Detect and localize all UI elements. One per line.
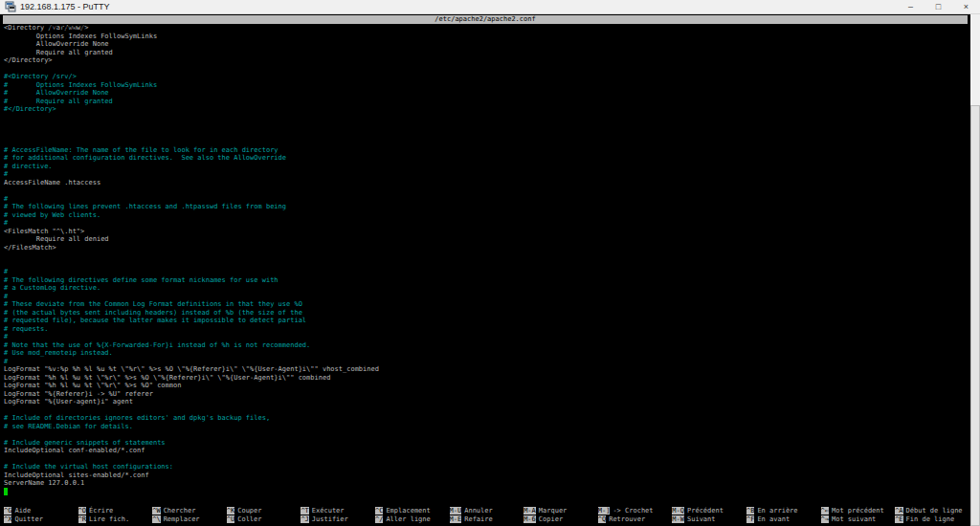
editor-line: LogFormat "%h %l %u %t \"%r\" %>s %O \"%… xyxy=(4,374,968,383)
editor-line xyxy=(4,130,968,139)
nano-shortcut: M-QPrécédent xyxy=(672,507,746,515)
shortcut-label: Justifier xyxy=(312,515,348,523)
putty-client-area: GNU nano 7.2 /etc/apache2/apache2.conf <… xyxy=(0,14,980,526)
editor-line: # xyxy=(4,293,968,301)
putty-icon xyxy=(5,1,16,12)
editor-line: # xyxy=(4,219,968,228)
terminal[interactable]: GNU nano 7.2 /etc/apache2/apache2.conf <… xyxy=(3,14,968,526)
editor-line: # for additional configuration directive… xyxy=(4,154,968,163)
nano-shortcut: ^/Aller ligne xyxy=(375,515,450,524)
shortcut-label: Écrire xyxy=(89,507,113,515)
shortcut-key: ^/ xyxy=(375,515,383,523)
editor-line: # requested file), because the latter ma… xyxy=(4,317,968,325)
editor-line xyxy=(4,488,968,496)
nano-shortcut: ^XQuitter xyxy=(4,515,78,524)
editor-line: # Require all granted xyxy=(4,98,968,106)
editor-line: # Include generic snippets of statements xyxy=(4,439,968,448)
shortcut-key: ^C xyxy=(375,507,383,515)
nano-shortcut: ^QRetrouver xyxy=(598,515,673,524)
editor-line: </Directory> xyxy=(4,56,968,65)
editor-line xyxy=(4,252,968,260)
editor-line: Require all granted xyxy=(4,49,968,57)
nano-shortcut: ^KCouper xyxy=(227,507,301,515)
nano-shortcut: ^\Remplacer xyxy=(152,515,227,524)
nano-titlebar: GNU nano 7.2 /etc/apache2/apache2.conf xyxy=(3,15,968,24)
shortcut-label: Mot précédent xyxy=(832,507,884,515)
editor-line: # AllowOverride None xyxy=(4,89,968,98)
nano-shortcut: M-AMarquer xyxy=(523,507,598,515)
shortcut-key: ^W xyxy=(152,507,160,515)
editor-line: # viewed by Web clients. xyxy=(4,211,968,220)
shortcut-label: Coller xyxy=(237,515,261,523)
editor-line: # The following lines prevent .htaccess … xyxy=(4,203,968,211)
scrollbar[interactable] xyxy=(970,14,980,526)
editor-line: # AccessFileName: The name of the file t… xyxy=(4,146,968,155)
shortcut-label: Suivant xyxy=(687,515,716,523)
shortcut-key: M-] xyxy=(598,507,611,515)
nano-shortcut: M-ERefaire xyxy=(450,515,524,524)
shortcut-key: ^\ xyxy=(152,515,160,523)
editor-line: LogFormat "%{Referer}i -> %U" referer xyxy=(4,390,968,399)
editor-line: IncludeOptional conf-enabled/*.conf xyxy=(4,447,968,455)
shortcut-label: Aide xyxy=(14,507,31,515)
editor-line: # xyxy=(4,268,968,276)
shortcut-key: ^U xyxy=(227,515,234,523)
editor-content[interactable]: <Directory /var/www/> Options Indexes Fo… xyxy=(3,24,968,495)
editor-line xyxy=(4,138,968,146)
shortcut-key: ^J xyxy=(301,515,308,523)
shortcut-label: Mot suivant xyxy=(832,515,876,523)
shortcut-label: En arrière xyxy=(757,507,797,515)
shortcut-key: M-Q xyxy=(672,507,684,515)
editor-line: # xyxy=(4,333,968,341)
shortcut-key: ^Q xyxy=(598,515,606,523)
shortcut-label: Emplacement xyxy=(386,507,430,515)
editor-line: <Directory /var/www/> xyxy=(4,24,968,33)
shortcut-key: M-U xyxy=(450,507,462,515)
editor-line xyxy=(4,260,968,269)
nano-shortcut: ^FEn avant xyxy=(746,515,821,524)
nano-shortcut: ^WChercher xyxy=(152,507,227,515)
editor-line: # Options Indexes FollowSymLinks xyxy=(4,81,968,90)
editor-line: # see README.Debian for details. xyxy=(4,423,968,431)
editor-line: # Note that the use of %{X-Forwarded-For… xyxy=(4,341,968,350)
editor-line: Require all denied xyxy=(4,235,968,244)
minimize-button[interactable]: – xyxy=(897,0,924,13)
editor-line: # xyxy=(4,358,968,366)
editor-line: Options Indexes FollowSymLinks xyxy=(4,33,968,41)
shortcut-label: Refaire xyxy=(464,515,493,523)
shortcut-label: Annuler xyxy=(464,507,493,515)
shortcut-label: Précédent xyxy=(687,507,724,515)
editor-line: # requests. xyxy=(4,325,968,334)
close-button[interactable]: × xyxy=(952,0,980,13)
nano-shortcut: M-]-> Crochet xyxy=(598,507,673,515)
scrollbar-thumb[interactable] xyxy=(970,105,980,526)
editor-line: # (the actual bytes sent including heade… xyxy=(4,309,968,318)
nano-shortcut: ^UColler xyxy=(227,515,301,524)
putty-window: 192.168.1.175 - PuTTY – □ × GNU nano 7.2… xyxy=(0,0,980,526)
window-titlebar[interactable]: 192.168.1.175 - PuTTY – □ × xyxy=(0,0,980,14)
shortcut-key: ^→ xyxy=(821,515,829,523)
editor-line xyxy=(4,121,968,130)
nano-shortcut-bar: ^GAide^OÉcrire^WChercher^KCouper^TExécut… xyxy=(4,507,968,524)
shortcut-key: M-W xyxy=(672,515,684,523)
shortcut-label: Exécuter xyxy=(312,507,345,515)
nano-shortcut: ^BEn arrière xyxy=(746,507,821,515)
shortcut-key: ^B xyxy=(746,507,754,515)
editor-line: # Use mod_remoteip instead. xyxy=(4,349,968,358)
maximize-button[interactable]: □ xyxy=(924,0,952,13)
editor-line: # The following directives define some f… xyxy=(4,276,968,285)
shortcut-label: -> Crochet xyxy=(612,507,653,515)
shortcut-label: Début de ligne xyxy=(906,507,963,515)
editor-line xyxy=(4,65,968,74)
shortcut-label: Aller ligne xyxy=(386,515,430,523)
nano-shortcut: M-6Copier xyxy=(523,515,598,524)
nano-shortcut: ^→Mot suivant xyxy=(821,515,896,524)
nano-shortcut: ^RLire fich. xyxy=(78,515,153,524)
nano-shortcut: ^OÉcrire xyxy=(78,507,153,515)
editor-line: # xyxy=(4,195,968,204)
shortcut-label: Marquer xyxy=(539,507,568,515)
shortcut-label: Copier xyxy=(539,515,563,523)
editor-line: AllowOverride None xyxy=(4,40,968,49)
editor-line: LogFormat "%{User-agent}i" agent xyxy=(4,398,968,406)
editor-line xyxy=(4,186,968,195)
